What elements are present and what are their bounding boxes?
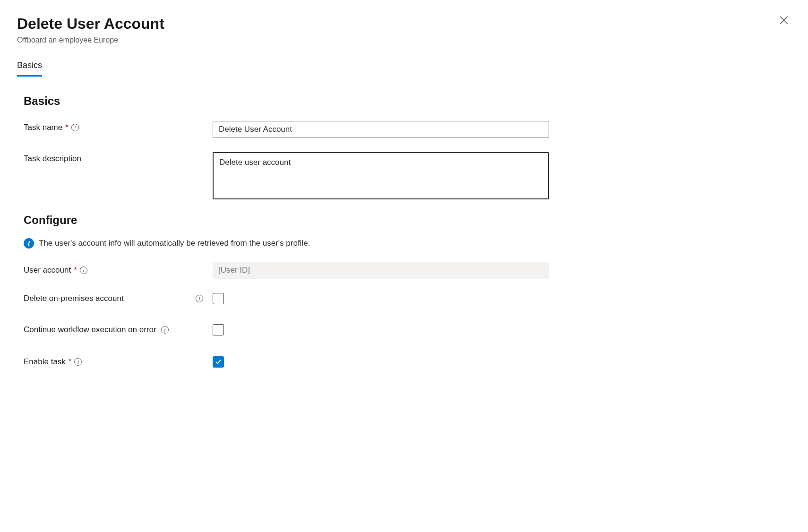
task-description-label-text: Task description bbox=[24, 152, 81, 165]
task-name-label-text: Task name bbox=[24, 121, 62, 134]
tabs: Basics bbox=[17, 60, 791, 77]
info-banner-text: The user's account info will automatical… bbox=[39, 239, 310, 248]
user-account-input bbox=[213, 262, 549, 279]
delete-on-prem-label: Delete on-premises account bbox=[24, 294, 166, 303]
continue-on-error-checkbox[interactable] bbox=[213, 324, 224, 335]
info-icon[interactable]: i bbox=[74, 358, 82, 366]
enable-task-checkbox[interactable] bbox=[213, 356, 224, 368]
tab-basics[interactable]: Basics bbox=[17, 60, 42, 77]
task-name-label: Task name * i bbox=[24, 121, 213, 134]
user-account-label-text: User account bbox=[24, 264, 71, 277]
page-title: Delete User Account bbox=[17, 14, 164, 33]
required-asterisk: * bbox=[74, 264, 77, 277]
section-basics-heading: Basics bbox=[24, 94, 791, 108]
user-account-label: User account * i bbox=[24, 264, 213, 277]
section-configure-heading: Configure bbox=[24, 214, 791, 227]
check-icon bbox=[215, 359, 222, 365]
close-icon bbox=[780, 16, 788, 25]
required-asterisk: * bbox=[69, 355, 72, 369]
info-icon[interactable]: i bbox=[196, 295, 203, 302]
task-name-input[interactable] bbox=[213, 121, 549, 138]
info-icon[interactable]: i bbox=[80, 266, 87, 274]
task-description-label: Task description bbox=[24, 152, 213, 165]
page-subtitle: Offboard an employee Europe bbox=[17, 36, 164, 44]
info-icon[interactable]: i bbox=[161, 326, 169, 334]
task-description-input[interactable]: Delete user account bbox=[213, 152, 549, 199]
close-button[interactable] bbox=[777, 14, 791, 28]
info-banner-icon: i bbox=[24, 238, 34, 249]
enable-task-label-text: Enable task bbox=[24, 355, 66, 369]
required-asterisk: * bbox=[65, 121, 69, 134]
info-icon[interactable]: i bbox=[71, 124, 79, 131]
enable-task-label: Enable task * i bbox=[24, 355, 213, 369]
continue-on-error-label: Continue workflow execution on error bbox=[24, 325, 156, 335]
delete-on-prem-checkbox[interactable] bbox=[213, 293, 224, 304]
